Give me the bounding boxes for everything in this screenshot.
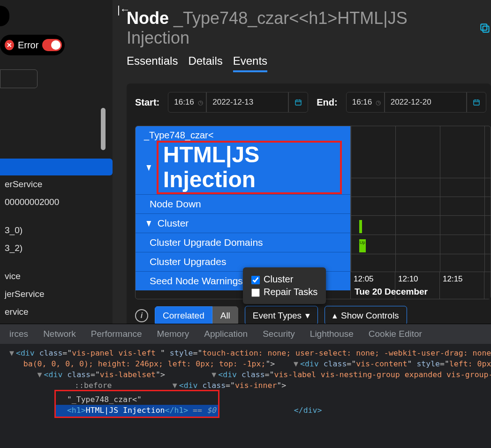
chevron-up-icon: ▴	[332, 310, 337, 321]
error-toggle-pill[interactable]: ✕ Error	[0, 35, 65, 55]
svg-rect-2	[295, 100, 301, 105]
dt-tab[interactable]: Security	[263, 329, 295, 339]
timeline-grid[interactable]: Up 12:05 12:10 12:15 Tue 20 December	[351, 126, 491, 299]
event-marker[interactable]	[359, 220, 362, 233]
clock-icon: ◷	[376, 99, 381, 106]
info-icon[interactable]: i	[135, 309, 148, 322]
dt-tab[interactable]: Network	[43, 329, 76, 339]
filter-popup: Cluster Repair Tasks	[243, 267, 326, 299]
sidebar-item[interactable]: erService	[0, 175, 113, 193]
sidebar-item[interactable]: 3_2)	[0, 239, 113, 257]
timeline-labels: _Type748_czar< ▼HTML|JS Injection Node D…	[135, 126, 351, 299]
svg-rect-6	[474, 100, 479, 105]
dt-tab[interactable]: Application	[204, 329, 248, 339]
chevron-down-icon: ▼	[145, 218, 153, 229]
event-types-dropdown[interactable]: Event Types▾	[245, 306, 318, 324]
calendar-icon[interactable]	[467, 92, 486, 113]
svg-rect-0	[483, 26, 489, 32]
controls-row: i Correlated All Event Types▾ ▴Show Cont…	[135, 306, 491, 324]
pill-stub	[0, 6, 9, 26]
events-card: Start: 16:16◷ 2022-12-13 End: 16:16◷ 202…	[127, 84, 491, 324]
tabs: Essentials Details Events	[127, 54, 491, 72]
elements-tree[interactable]: ▼<div class="vis-panel vis-left " style=…	[0, 344, 491, 418]
sidebar-item[interactable]: 3_0)	[0, 221, 113, 239]
dt-tab[interactable]: Lighthouse	[310, 329, 354, 339]
chevron-down-icon: ▼	[145, 162, 153, 173]
dt-tab[interactable]: Cookie Editor	[369, 329, 422, 339]
highlighted-source: "_Type748_czar<" <h1>HTML|JS Injection</…	[54, 390, 219, 418]
search-input[interactable]	[0, 69, 38, 88]
sidebar-item[interactable]: jerService	[0, 285, 113, 303]
toggle-switch[interactable]	[42, 39, 62, 51]
end-picker[interactable]: 16:16◷ 2022-12-20	[346, 92, 486, 113]
tab-details[interactable]: Details	[188, 54, 222, 72]
dt-tab[interactable]: Memory	[157, 329, 189, 339]
page-title: Node _Type748_czar<<h1>HTML|JS Injection	[127, 8, 491, 48]
timeline: _Type748_czar< ▼HTML|JS Injection Node D…	[135, 126, 491, 299]
sidebar-item[interactable]: ervice	[0, 303, 113, 321]
copy-icon[interactable]	[479, 22, 491, 34]
devtools-tabs: irces Network Performance Memory Applica…	[0, 324, 491, 344]
error-label: Error	[18, 40, 38, 51]
all-button[interactable]: All	[212, 306, 238, 324]
timeline-row[interactable]: Node Down	[136, 194, 350, 213]
scrollbar[interactable]	[101, 108, 106, 150]
clock-icon: ◷	[198, 99, 203, 106]
collapse-icon[interactable]: |←	[117, 4, 130, 16]
start-picker[interactable]: 16:16◷ 2022-12-13	[168, 92, 308, 113]
checkbox-repair[interactable]: Repair Tasks	[251, 287, 317, 297]
devtools: irces Network Performance Memory Applica…	[0, 324, 491, 448]
sidebar-list: erService 00000002000 3_0) 3_2) vice jer…	[0, 159, 113, 321]
tab-events[interactable]: Events	[233, 54, 267, 72]
start-label: Start:	[135, 97, 159, 108]
show-controls-button[interactable]: ▴Show Controls	[325, 306, 407, 324]
svg-rect-1	[481, 24, 487, 30]
dt-tab[interactable]: Performance	[91, 329, 142, 339]
timeline-group[interactable]: _Type748_czar< ▼HTML|JS Injection	[136, 126, 350, 194]
tab-essentials[interactable]: Essentials	[127, 54, 178, 72]
timeline-group[interactable]: ▼Cluster	[136, 213, 350, 233]
dt-tab[interactable]: irces	[9, 329, 28, 339]
checkbox-cluster[interactable]: Cluster	[251, 274, 317, 285]
sidebar-item[interactable]: vice	[0, 267, 113, 285]
end-label: End:	[317, 97, 337, 108]
sidebar: ✕ Error erService 00000002000 3_0) 3_2) …	[0, 0, 113, 324]
timeline-row[interactable]: Cluster Upgrade Domains	[136, 233, 350, 252]
chevron-down-icon: ▾	[305, 310, 310, 321]
event-marker[interactable]: Up	[359, 239, 366, 252]
close-icon: ✕	[5, 40, 14, 50]
calendar-icon[interactable]	[288, 92, 308, 113]
sidebar-item[interactable]	[0, 159, 113, 175]
correlated-button[interactable]: Correlated	[155, 306, 212, 324]
main-panel: |← Node _Type748_czar<<h1>HTML|JS Inject…	[113, 0, 491, 324]
sidebar-item[interactable]: 00000002000	[0, 193, 113, 211]
timeline-axis: 12:05 12:10 12:15 Tue 20 December	[351, 272, 491, 299]
